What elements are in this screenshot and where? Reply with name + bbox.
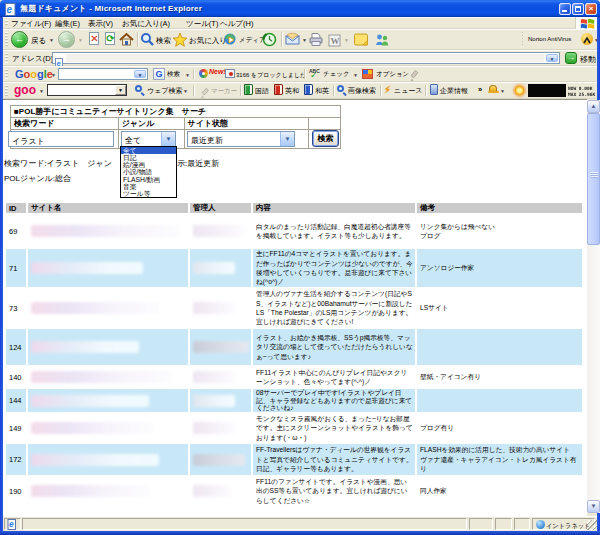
- genre-option[interactable]: 日記: [121, 154, 176, 161]
- google-logo[interactable]: Google: [15, 68, 53, 80]
- result-site-name-censored[interactable]: [28, 414, 188, 442]
- genre-select-arrow-icon[interactable]: ▼: [161, 132, 175, 146]
- google-search-button-dropdown-icon[interactable]: ▼: [185, 72, 190, 78]
- goo-search-dropdown-icon[interactable]: ▼: [115, 85, 126, 95]
- image-search-icon[interactable]: [337, 85, 347, 95]
- result-site-name-censored[interactable]: [28, 289, 188, 327]
- kokugo-dict-icon[interactable]: [244, 84, 253, 95]
- menu-favorites[interactable]: お気に入り(A): [122, 19, 170, 29]
- menu-help[interactable]: ヘルプ(H): [220, 19, 253, 29]
- goo-grip[interactable]: [5, 85, 8, 96]
- messenger-icon[interactable]: [374, 32, 389, 47]
- genre-option[interactable]: 小説/物語: [121, 168, 176, 175]
- news-icon[interactable]: ⚡: [384, 84, 391, 95]
- refresh-icon[interactable]: ⟳: [103, 32, 118, 47]
- popup-blocked-count[interactable]: 3166 をブロックしました: [236, 71, 306, 80]
- search-button[interactable]: 検索: [156, 36, 171, 46]
- web-search-button[interactable]: ウェブ検索: [147, 86, 183, 96]
- form-search-button[interactable]: 検索: [312, 130, 339, 147]
- keyword-input[interactable]: イラスト: [8, 131, 114, 147]
- genre-select[interactable]: 全て ▼: [121, 131, 176, 147]
- result-site-name-censored[interactable]: [28, 477, 188, 505]
- close-button[interactable]: ×: [585, 3, 597, 15]
- spellcheck-icon[interactable]: ABC✓: [309, 68, 321, 80]
- popup-blocker-icon[interactable]: [225, 69, 235, 78]
- back-button[interactable]: 戻る: [31, 36, 46, 46]
- discuss-icon[interactable]: [353, 32, 368, 47]
- sun-icon[interactable]: [514, 85, 525, 96]
- waei-dict-button[interactable]: 和英: [315, 86, 329, 96]
- result-site-name-censored[interactable]: [28, 444, 188, 475]
- web-search-icon[interactable]: [135, 85, 145, 95]
- mail-dropdown-icon[interactable]: ▼: [302, 37, 307, 43]
- forward-dropdown-icon[interactable]: ▼: [78, 37, 83, 43]
- options-button[interactable]: オプション: [376, 70, 409, 79]
- pagerank-icon[interactable]: [199, 69, 208, 78]
- eiwa-dict-icon[interactable]: [274, 84, 283, 95]
- stop-icon[interactable]: ✕: [87, 32, 102, 47]
- result-site-name-censored[interactable]: [28, 389, 188, 412]
- back-icon[interactable]: ←: [11, 31, 28, 48]
- eiwa-dict-button[interactable]: 英和: [285, 86, 299, 96]
- scroll-up-icon[interactable]: ▲: [587, 100, 600, 113]
- menu-edit[interactable]: 編集(E): [55, 19, 80, 29]
- vertical-scrollbar[interactable]: ▲ ▼: [587, 100, 600, 513]
- menu-file[interactable]: ファイル(F): [11, 19, 51, 29]
- options-icon[interactable]: [362, 69, 373, 79]
- highlighter-icon[interactable]: [409, 68, 421, 80]
- google-grip[interactable]: [5, 69, 8, 79]
- genre-option[interactable]: 全て: [121, 147, 176, 154]
- media-icon[interactable]: [223, 32, 238, 47]
- go-button[interactable]: → 移動: [565, 52, 599, 64]
- genre-option[interactable]: ツール等: [121, 190, 176, 197]
- maximize-button[interactable]: [572, 3, 584, 15]
- address-grip[interactable]: [5, 53, 8, 63]
- google-search-button[interactable]: 検索: [167, 70, 180, 79]
- genre-dropdown-list[interactable]: 全て日記絵/漫画小説/物語FLASH/動画音楽ツール等: [120, 146, 177, 198]
- menu-view[interactable]: 表示(V): [88, 19, 113, 29]
- back-dropdown-icon[interactable]: ▼: [49, 37, 54, 43]
- goo-logo[interactable]: goo: [14, 83, 36, 97]
- scrollbar-thumb[interactable]: [587, 113, 600, 245]
- alert-bell-icon[interactable]: [488, 84, 499, 95]
- alert-dropdown-icon[interactable]: ▼: [500, 88, 505, 94]
- menu-tools[interactable]: ツール(T): [186, 19, 218, 29]
- edit-dropdown-icon[interactable]: ▼: [344, 37, 349, 43]
- mail-icon[interactable]: [285, 32, 300, 47]
- toolbar-grip[interactable]: [5, 32, 8, 47]
- history-icon[interactable]: [262, 32, 277, 47]
- address-dropdown-icon[interactable]: ▼: [546, 54, 558, 62]
- goo-logo-dropdown-icon[interactable]: ▼: [39, 88, 44, 94]
- minimize-button[interactable]: [559, 3, 571, 15]
- overflow-chevron[interactable]: »: [478, 85, 482, 94]
- result-site-name-censored[interactable]: [28, 367, 188, 387]
- check-button[interactable]: チェック: [323, 70, 350, 79]
- norton-button[interactable]: Norton AntiVirus: [528, 36, 571, 42]
- print-icon[interactable]: [308, 32, 323, 47]
- norton-icon[interactable]: [581, 33, 593, 45]
- company-info-button[interactable]: 企業情報: [440, 86, 468, 96]
- home-icon[interactable]: [119, 32, 134, 47]
- favorites-button[interactable]: お気に入り: [189, 36, 227, 46]
- result-site-name-censored[interactable]: [28, 329, 188, 365]
- waei-dict-icon[interactable]: [304, 84, 313, 95]
- genre-option[interactable]: 絵/漫画: [121, 161, 176, 168]
- image-search-button[interactable]: 画像検索: [348, 86, 376, 96]
- menu-grip[interactable]: [5, 20, 8, 26]
- result-site-name-censored[interactable]: [28, 249, 188, 287]
- forward-icon[interactable]: →: [58, 31, 75, 48]
- google-search-g-icon[interactable]: G: [153, 68, 165, 80]
- scroll-down-icon[interactable]: ▼: [587, 500, 600, 513]
- result-site-name-censored[interactable]: [28, 215, 188, 247]
- google-logo-dropdown-icon[interactable]: ▼: [51, 72, 56, 78]
- resize-grip[interactable]: [587, 520, 597, 530]
- address-input[interactable]: e ▼: [52, 52, 560, 64]
- genre-option[interactable]: 音楽: [121, 183, 176, 190]
- check-dropdown-icon[interactable]: ▼: [353, 72, 358, 78]
- status-select-arrow-icon[interactable]: ▼: [280, 132, 294, 146]
- web-search-dropdown-icon[interactable]: ▼: [183, 88, 188, 94]
- favorites-icon[interactable]: [172, 32, 187, 47]
- company-info-icon[interactable]: [430, 84, 438, 95]
- news-button[interactable]: ニュース: [394, 86, 423, 96]
- norton-dropdown-icon[interactable]: ▼: [594, 37, 599, 43]
